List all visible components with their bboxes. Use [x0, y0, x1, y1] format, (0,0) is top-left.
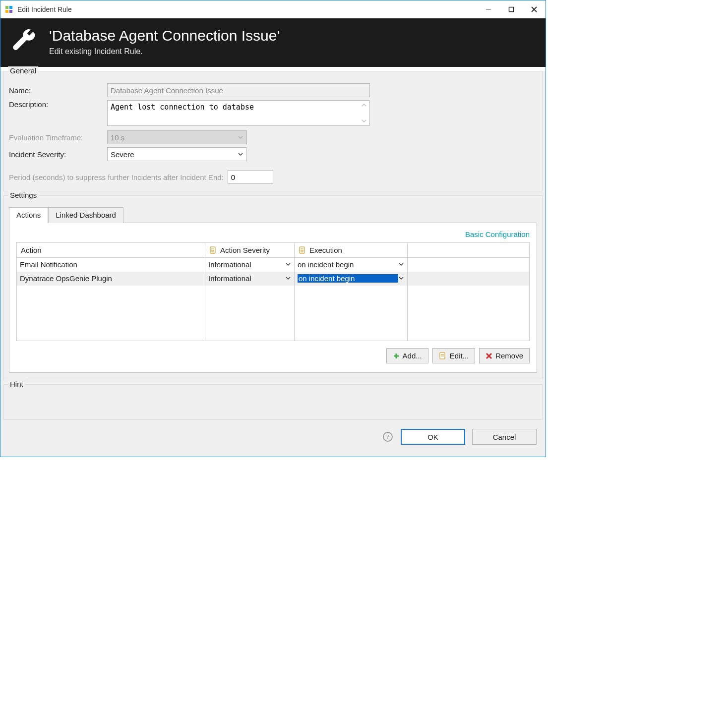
document-icon — [209, 246, 217, 254]
banner-title: 'Database Agent Connection Issue' — [49, 27, 280, 44]
dialog-footer: ? OK Cancel — [3, 424, 543, 452]
col-spare — [408, 243, 530, 258]
tabs: Actions Linked Dashboard — [9, 207, 537, 223]
svg-text:?: ? — [386, 433, 389, 440]
dialog-window: Edit Incident Rule 'Database Agent Conne… — [0, 0, 546, 457]
cell-action: Email Notification — [17, 258, 205, 272]
help-icon: ? — [382, 431, 393, 442]
x-icon — [485, 353, 492, 359]
col-action[interactable]: Action — [17, 243, 205, 258]
svg-rect-0 — [5, 6, 8, 9]
chevron-down-icon — [238, 150, 243, 159]
svg-rect-5 — [509, 7, 514, 12]
table-row-empty — [17, 286, 530, 299]
eval-timeframe-label: Evaluation Timeframe: — [9, 133, 107, 142]
cell-execution[interactable]: on incident begin — [295, 272, 408, 286]
general-group: General Name: Description: Evaluation Ti… — [3, 71, 543, 191]
basic-configuration-link[interactable]: Basic Configuration — [16, 230, 530, 238]
cell-execution[interactable]: on incident begin — [295, 258, 408, 272]
banner: 'Database Agent Connection Issue' Edit e… — [0, 18, 546, 67]
severity-select[interactable]: Severe — [107, 147, 247, 161]
wrench-icon — [10, 28, 38, 56]
chevron-down-icon — [398, 274, 404, 283]
name-input[interactable] — [107, 83, 370, 97]
eval-timeframe-select: 10 s — [107, 130, 247, 144]
cancel-button[interactable]: Cancel — [472, 429, 537, 445]
suppress-input[interactable] — [228, 170, 273, 184]
severity-value: Severe — [111, 150, 134, 159]
hint-legend: Hint — [8, 380, 25, 388]
plus-icon — [393, 353, 400, 359]
maximize-button[interactable] — [500, 0, 523, 18]
description-textarea[interactable] — [107, 100, 370, 126]
titlebar: Edit Incident Rule — [0, 0, 546, 18]
table-row-empty — [17, 299, 530, 313]
general-legend: General — [8, 66, 38, 75]
hint-group: Hint — [3, 384, 543, 420]
suppress-label: Period (seconds) to suppress further Inc… — [9, 173, 224, 181]
name-label: Name: — [9, 86, 107, 95]
cell-severity[interactable]: Informational — [205, 272, 295, 286]
table-row-empty — [17, 327, 530, 341]
textarea-scrollbar[interactable] — [360, 102, 368, 124]
description-label: Description: — [9, 100, 107, 109]
help-button[interactable]: ? — [382, 431, 394, 443]
table-row[interactable]: Dynatrace OpsGenie Plugin Informational … — [17, 272, 530, 286]
chevron-down-icon — [285, 274, 291, 283]
minimize-button[interactable] — [477, 0, 500, 18]
col-execution[interactable]: Execution — [295, 243, 408, 258]
chevron-down-icon — [285, 260, 291, 269]
close-button[interactable] — [523, 0, 546, 18]
remove-button[interactable]: Remove — [479, 348, 530, 363]
document-icon — [299, 246, 306, 254]
svg-rect-2 — [5, 10, 8, 13]
cell-severity[interactable]: Informational — [205, 258, 295, 272]
settings-legend: Settings — [8, 191, 39, 199]
settings-group: Settings Actions Linked Dashboard Basic … — [3, 195, 543, 380]
chevron-down-icon — [398, 260, 404, 269]
window-buttons — [477, 0, 546, 18]
banner-subtitle: Edit existing Incident Rule. — [49, 47, 280, 56]
ok-button[interactable]: OK — [401, 429, 465, 445]
actions-table: Action Action Severity Executi — [16, 242, 530, 341]
add-button[interactable]: Add... — [386, 348, 428, 363]
app-icon — [4, 5, 13, 14]
chevron-down-icon — [238, 133, 243, 142]
svg-rect-3 — [9, 10, 12, 13]
severity-label: Incident Severity: — [9, 150, 107, 159]
tab-panel-actions: Basic Configuration Action Action Severi… — [9, 223, 537, 373]
tab-actions[interactable]: Actions — [9, 207, 48, 223]
table-row[interactable]: Email Notification Informational on inci… — [17, 258, 530, 272]
col-severity[interactable]: Action Severity — [205, 243, 295, 258]
tab-linked-dashboard[interactable]: Linked Dashboard — [48, 207, 123, 223]
table-row-empty — [17, 313, 530, 327]
eval-timeframe-value: 10 s — [111, 133, 124, 142]
document-icon — [439, 352, 447, 360]
edit-button[interactable]: Edit... — [432, 348, 475, 363]
cell-action: Dynatrace OpsGenie Plugin — [17, 272, 205, 286]
window-title: Edit Incident Rule — [17, 5, 477, 13]
svg-rect-1 — [9, 6, 12, 9]
